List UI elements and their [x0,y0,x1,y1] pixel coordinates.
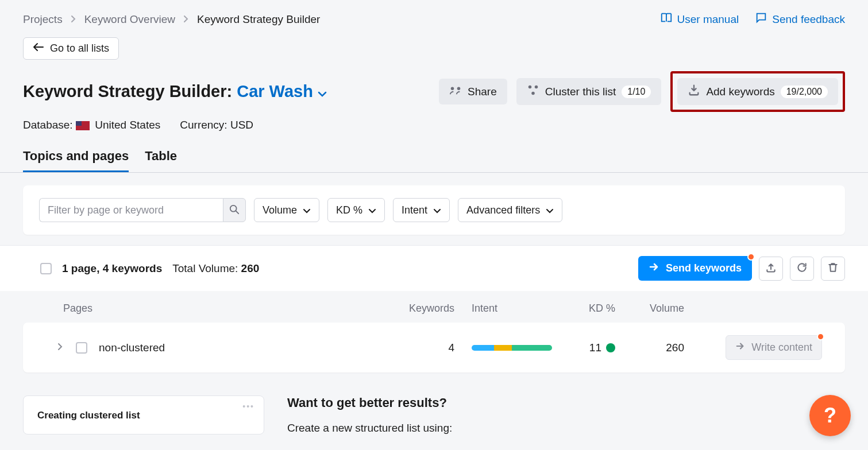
download-icon [688,84,700,99]
kd-filter[interactable]: KD % [327,198,385,222]
list-name: Car Wash [237,82,313,101]
breadcrumb: Projects Keyword Overview Keyword Strate… [23,13,320,26]
share-label: Share [468,86,497,98]
go-to-all-lists-label: Go to all lists [50,42,109,55]
add-keywords-badge: 19/2,000 [781,86,828,98]
send-feedback-link[interactable]: Send feedback [755,11,845,27]
row-intent [454,345,552,351]
refresh-icon [796,262,808,275]
promo-heading: Want to get better results? [287,395,452,410]
promo-sub: Create a new structured list using: [287,422,452,435]
page-title-prefix: Keyword Strategy Builder: [23,82,232,101]
help-fab[interactable]: ? [809,395,851,435]
promo-card-title: Creating clustered list [37,410,250,421]
crumb-projects[interactable]: Projects [23,13,63,26]
cluster-button[interactable]: Cluster this list 1/10 [516,78,662,105]
col-kd: KD % [552,302,615,315]
filter-search-input[interactable] [39,198,223,222]
add-keywords-button[interactable]: Add keywords 19/2,000 [677,78,838,105]
cluster-icon [527,84,539,99]
send-icon [649,262,660,275]
go-to-all-lists-button[interactable]: Go to all lists [23,37,119,60]
user-manual-label: User manual [677,13,739,26]
row-kd: 11 [552,342,615,354]
crumb-current: Keyword Strategy Builder [197,13,320,26]
tab-table[interactable]: Table [145,149,177,172]
row-volume: 260 [615,342,701,354]
trash-icon [827,262,839,275]
chevron-down-icon [318,82,327,101]
search-button[interactable] [223,198,246,222]
advanced-filters[interactable]: Advanced filters [458,198,562,222]
refresh-button[interactable] [790,257,814,281]
table-header: Pages Keywords Intent KD % Volume [23,291,845,323]
select-all-checkbox[interactable] [40,263,52,274]
table-row: non-clustered 4 11 260 Write content [23,323,845,373]
book-icon [660,11,673,27]
svg-point-5 [230,205,237,211]
volume-filter[interactable]: Volume [254,198,319,222]
send-icon [735,342,746,354]
expand-row-button[interactable] [57,343,63,352]
database-meta: Database: United States [23,119,160,131]
send-feedback-label: Send feedback [772,13,845,26]
share-button[interactable]: Share [439,79,507,104]
chevron-right-icon [71,13,76,26]
chevron-down-icon [433,204,441,216]
svg-point-2 [528,86,531,89]
delete-button[interactable] [821,257,845,281]
pages-keywords-count: 1 page, 4 keywords [62,262,162,274]
chevron-down-icon [368,204,376,216]
add-keywords-highlight: Add keywords 19/2,000 [670,71,845,112]
svg-point-4 [531,92,535,95]
kd-indicator-dot [606,343,615,352]
send-keywords-label: Send keywords [666,262,742,274]
arrow-left-icon [33,42,44,55]
row-checkbox[interactable] [76,342,87,354]
cluster-label: Cluster this list [545,86,616,98]
write-content-button[interactable]: Write content [726,335,822,360]
chat-icon [755,11,767,27]
intent-filter[interactable]: Intent [393,198,450,222]
svg-point-1 [457,87,461,91]
col-pages: Pages [63,302,385,315]
share-icon [449,84,462,99]
crumb-overview[interactable]: Keyword Overview [84,13,175,26]
col-intent: Intent [454,302,552,315]
notification-dot [817,333,824,340]
us-flag-icon [76,121,90,130]
chevron-right-icon [183,13,189,26]
svg-point-0 [451,87,454,91]
total-volume: Total Volume: 260 [172,262,259,275]
export-button[interactable] [759,257,783,281]
col-volume: Volume [615,302,701,315]
row-name: non-clustered [99,342,385,354]
upload-icon [765,262,777,275]
send-keywords-button[interactable]: Send keywords [638,256,752,281]
write-content-label: Write content [751,342,812,354]
currency-meta: Currency: USD [180,119,253,131]
search-icon [229,204,240,216]
filter-panel: Volume KD % Intent Advanced filters [23,185,845,235]
tab-topics-and-pages[interactable]: Topics and pages [23,149,129,173]
list-name-dropdown[interactable]: Car Wash [237,82,327,101]
svg-point-3 [534,86,538,89]
promo-card: ••• Creating clustered list [23,395,264,435]
chevron-down-icon [546,204,554,216]
user-manual-link[interactable]: User manual [660,11,739,27]
chevron-down-icon [303,204,311,216]
add-keywords-label: Add keywords [706,86,774,98]
row-keywords: 4 [385,342,454,354]
cluster-badge: 1/10 [622,86,651,98]
col-keywords: Keywords [385,302,454,315]
window-dots-icon: ••• [242,402,254,411]
notification-dot [747,253,755,261]
